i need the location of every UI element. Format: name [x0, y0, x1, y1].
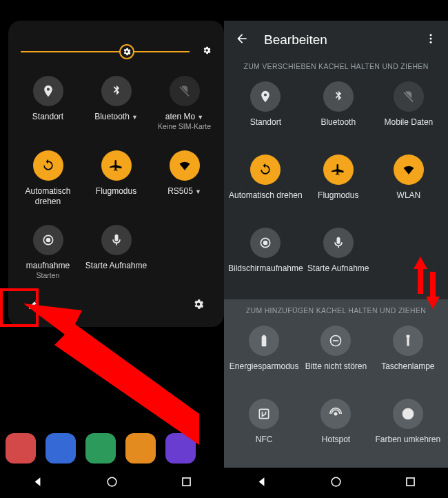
auto-brightness-icon[interactable] — [202, 46, 212, 58]
overflow-button[interactable] — [425, 32, 437, 48]
tile-label: Energiesparmodus — [230, 361, 299, 382]
tile-label: NFC — [256, 435, 273, 455]
wifi-icon[interactable] — [394, 155, 424, 185]
tile-label: Automatisch drehen — [14, 186, 82, 207]
tile-nfc[interactable]: NFC — [228, 399, 300, 455]
nav-back[interactable] — [31, 475, 44, 491]
tile-record[interactable]: Bildschirmaufnahme — [228, 228, 303, 284]
tile-label: Bluetooth — [320, 117, 356, 138]
wifi-icon[interactable] — [170, 150, 200, 181]
tile-battery[interactable]: Energiesparmodus — [228, 326, 300, 382]
tile-sim-off[interactable]: Mobile Daten — [374, 81, 444, 138]
nav-back[interactable] — [255, 475, 268, 491]
highlight-box — [0, 288, 39, 327]
battery-icon[interactable] — [249, 326, 279, 356]
edit-tiles-screen: Bearbeiten ZUM VERSCHIEBEN KACHEL HALTEN… — [224, 21, 448, 498]
tile-location[interactable]: Standort — [228, 81, 303, 138]
tile-mic[interactable]: Starte Aufnahme — [82, 225, 150, 281]
nav-recent[interactable] — [404, 475, 417, 491]
mic-icon[interactable] — [323, 228, 354, 258]
tile-label: Starte Aufnahme — [85, 261, 147, 281]
tile-label: Hotspot — [322, 435, 350, 455]
brightness-thumb[interactable] — [119, 44, 134, 59]
active-tiles-grid: StandortBluetoothMobile DatenAutomatisch… — [224, 81, 448, 284]
tile-rotate[interactable]: Automatisch drehen — [228, 155, 303, 211]
nav-bar — [224, 468, 448, 498]
tile-airplane[interactable]: Flugmodus — [82, 150, 150, 207]
invert-icon[interactable] — [393, 399, 423, 429]
inactive-tiles-grid: EnergiesparmodusBitte nicht störenTasche… — [224, 326, 448, 455]
record-icon[interactable] — [250, 228, 281, 258]
bluetooth-icon[interactable] — [323, 81, 354, 112]
tile-label: WLAN — [397, 190, 421, 211]
tile-dnd[interactable]: Bitte nicht stören — [300, 326, 371, 382]
rotate-icon[interactable] — [250, 155, 281, 185]
tile-label: Bluetooth▼ — [94, 112, 138, 132]
nav-home[interactable] — [329, 475, 343, 491]
tile-sim-off[interactable]: aten Mo▼Keine SIM-Karte — [150, 76, 218, 132]
tile-bluetooth[interactable]: Bluetooth▼ — [82, 76, 150, 132]
tile-invert[interactable]: Farben umkehren — [372, 399, 444, 455]
qs-tile-grid: StandortBluetooth▼aten Mo▼Keine SIM-Kart… — [12, 70, 220, 286]
nav-recent[interactable] — [180, 475, 193, 491]
tile-wifi[interactable]: WLAN — [374, 155, 444, 211]
hotspot-icon[interactable] — [320, 399, 351, 429]
tile-mic[interactable]: Starte Aufnahme — [303, 228, 374, 284]
airplane-icon[interactable] — [323, 155, 354, 185]
bluetooth-icon[interactable] — [101, 76, 132, 106]
tile-airplane[interactable]: Flugmodus — [303, 155, 374, 211]
tile-label: Flugmodus — [96, 186, 136, 207]
tile-hotspot[interactable]: Hotspot — [300, 399, 371, 455]
tile-label: RS505▼ — [167, 186, 201, 207]
sim-off-icon[interactable] — [394, 81, 424, 112]
tile-label: Starte Aufnahme — [307, 263, 369, 284]
rotate-icon[interactable] — [33, 150, 63, 181]
record-icon[interactable] — [33, 225, 63, 255]
tile-label: maufnahmeStarten — [26, 261, 70, 281]
airplane-icon[interactable] — [101, 150, 132, 181]
quick-settings-panel: StandortBluetooth▼aten Mo▼Keine SIM-Kart… — [8, 21, 224, 327]
toolbar: Bearbeiten — [224, 21, 448, 58]
mic-icon[interactable] — [101, 225, 132, 255]
tile-label: Bitte nicht stören — [305, 361, 367, 382]
torch-icon[interactable] — [393, 326, 423, 356]
back-button[interactable] — [235, 32, 249, 48]
tile-label: Taschenlampe — [381, 361, 434, 382]
tile-torch[interactable]: Taschenlampe — [372, 326, 444, 382]
tile-location[interactable]: Standort — [14, 76, 82, 132]
tile-bluetooth[interactable]: Bluetooth — [303, 81, 374, 138]
tile-label: Farben umkehren — [375, 435, 440, 455]
tile-label: Bildschirmaufnahme — [228, 263, 303, 284]
tile-wifi[interactable]: RS505▼ — [150, 150, 218, 207]
tile-label: Flugmodus — [318, 190, 358, 211]
dnd-icon[interactable] — [320, 326, 351, 356]
hint-move: ZUM VERSCHIEBEN KACHEL HALTEN UND ZIEHEN — [224, 58, 448, 81]
home-screen-icons — [6, 433, 196, 464]
nav-home[interactable] — [105, 475, 119, 491]
tile-record[interactable]: maufnahmeStarten — [14, 225, 82, 281]
toolbar-title: Bearbeiten — [264, 32, 327, 48]
location-icon[interactable] — [250, 81, 281, 112]
nav-bar — [0, 468, 224, 498]
tile-label: aten Mo▼Keine SIM-Karte — [158, 112, 211, 132]
brightness-slider[interactable] — [21, 51, 190, 52]
sim-off-icon[interactable] — [170, 76, 200, 106]
tile-label: Standort — [250, 117, 281, 138]
location-icon[interactable] — [33, 76, 63, 106]
nfc-icon[interactable] — [249, 399, 279, 429]
tile-rotate[interactable]: Automatisch drehen — [14, 150, 82, 207]
tile-label: Standort — [32, 112, 63, 132]
settings-button[interactable] — [187, 292, 210, 316]
tile-label: Automatisch drehen — [229, 190, 303, 211]
hint-add: ZUM HINZUFÜGEN KACHEL HALTEN UND ZIEHEN — [224, 302, 448, 326]
tile-label: Mobile Daten — [385, 117, 434, 138]
